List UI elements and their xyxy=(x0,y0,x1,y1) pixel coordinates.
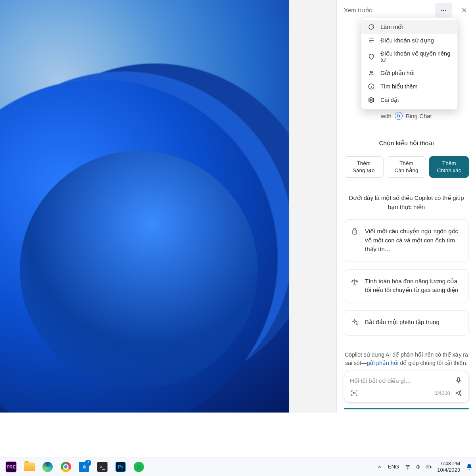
tray-time: 5:48 PM xyxy=(437,461,460,467)
spotify-icon: ≡ xyxy=(134,462,144,472)
suggestion-text: Bắt đầu một phiên tập trung xyxy=(365,318,440,327)
taskbar-app-vscode[interactable]: ⋔ 7 xyxy=(76,459,92,475)
tray-overflow-button[interactable] xyxy=(377,464,382,470)
suggestion-card-3[interactable]: Bắt đầu một phiên tập trung xyxy=(344,310,469,336)
panel-title: Xem trước xyxy=(344,7,432,14)
svg-rect-6 xyxy=(458,378,460,382)
sparkle-icon xyxy=(351,319,359,328)
refresh-icon xyxy=(368,23,375,31)
menu-item-refresh[interactable]: Làm mới xyxy=(361,20,457,34)
style-line2: Sáng tạo xyxy=(346,167,382,174)
input-accent-underline xyxy=(344,408,469,409)
menu-item-label: Điều khoản về quyền riêng tư xyxy=(380,50,451,63)
more-options-menu: Làm mới Điều khoản sử dụng Điều khoản về… xyxy=(361,17,458,109)
lines-icon xyxy=(368,37,375,44)
fine-print: Copilot sử dụng AI để phản hồi nên có th… xyxy=(344,351,469,367)
wifi-icon[interactable] xyxy=(405,464,411,470)
mic-icon xyxy=(455,376,463,384)
chat-input-box[interactable]: 0/4000 xyxy=(344,371,469,403)
taskbar-apps: PRE ⋔ 7 >_ Ps ≡ xyxy=(3,459,147,475)
svg-point-1 xyxy=(443,10,444,11)
svg-point-2 xyxy=(445,10,446,11)
menu-item-feedback[interactable]: Gửi phản hồi xyxy=(361,66,457,80)
premiere-icon: PRE xyxy=(6,461,17,472)
suggestion-card-2[interactable]: Tính toán hóa đơn năng lượng của tôi nếu… xyxy=(344,269,469,302)
svg-point-7 xyxy=(353,392,355,394)
ellipsis-icon xyxy=(440,7,447,14)
taskbar-app-terminal[interactable]: >_ xyxy=(94,459,110,475)
style-precise[interactable]: Thêm Chính xác xyxy=(429,156,469,178)
more-options-button[interactable] xyxy=(435,3,452,17)
suggestion-card-1[interactable]: Viết một câu chuyện ngụ ngôn gốc về một … xyxy=(344,219,469,261)
feedback-link[interactable]: gửi phản hồi xyxy=(367,360,399,366)
style-line2: Cân bằng xyxy=(389,167,424,174)
menu-item-label: Tìm hiểu thêm xyxy=(380,83,418,90)
style-balanced[interactable]: Thêm Cân bằng xyxy=(387,156,426,178)
style-line1: Thêm xyxy=(431,160,467,167)
mic-button[interactable] xyxy=(454,376,463,385)
menu-item-label: Cài đặt xyxy=(380,97,399,103)
chrome-icon xyxy=(61,462,71,472)
chat-input[interactable] xyxy=(350,377,454,384)
gear-icon xyxy=(368,96,375,104)
folder-icon xyxy=(24,463,35,471)
tray-icons xyxy=(405,464,432,470)
close-button[interactable] xyxy=(455,3,473,17)
char-counter: 0/4000 xyxy=(434,390,450,396)
backpack-icon xyxy=(351,228,359,237)
menu-item-terms[interactable]: Điều khoản sử dụng xyxy=(361,34,457,47)
style-line2: Chính xác xyxy=(431,167,467,174)
menu-item-label: Làm mới xyxy=(380,24,403,30)
menu-item-settings[interactable]: Cài đặt xyxy=(361,93,457,107)
taskbar-app-spotify[interactable]: ≡ xyxy=(131,459,147,475)
taskbar: PRE ⋔ 7 >_ Ps ≡ ENG 5:48 PM 10/4/2023 xyxy=(0,457,476,476)
copilot-panel: Xem trước Làm mới Điều khoản sử dụng Điề… xyxy=(336,0,476,413)
menu-item-label: Điều khoản sử dụng xyxy=(380,37,434,44)
bing-chat-label: Bing Chat xyxy=(406,113,432,119)
menu-item-privacy[interactable]: Điều khoản về quyền riêng tư xyxy=(361,47,457,66)
svg-rect-10 xyxy=(430,466,431,467)
tray-clock[interactable]: 5:48 PM 10/4/2023 xyxy=(437,461,460,473)
photoshop-icon: Ps xyxy=(115,462,126,472)
svg-point-4 xyxy=(370,99,372,101)
style-line1: Thêm xyxy=(389,160,424,167)
svg-point-8 xyxy=(407,468,408,469)
battery-icon[interactable] xyxy=(425,464,432,470)
style-creative[interactable]: Thêm Sáng tạo xyxy=(344,156,384,178)
bing-icon: b xyxy=(395,112,403,120)
with-label: with xyxy=(381,113,392,119)
taskbar-app-photoshop[interactable]: Ps xyxy=(113,459,129,475)
edge-icon xyxy=(42,462,53,472)
style-selector: Thêm Sáng tạo Thêm Cân bằng Thêm Chính x… xyxy=(344,156,469,178)
scale-icon xyxy=(351,278,359,287)
info-icon xyxy=(368,83,375,90)
fine-print-after: để giúp chúng tôi cải thiện. xyxy=(399,360,468,366)
suggestion-text: Tính toán hóa đơn năng lượng của tôi nếu… xyxy=(365,277,462,295)
taskbar-tray: ENG 5:48 PM 10/4/2023 xyxy=(377,461,473,473)
shield-icon xyxy=(368,53,375,60)
volume-icon[interactable] xyxy=(415,464,421,470)
tray-language[interactable]: ENG xyxy=(388,464,399,470)
close-icon xyxy=(461,7,467,13)
visual-search-button[interactable] xyxy=(350,389,359,397)
menu-item-label: Gửi phản hồi xyxy=(380,70,415,76)
feedback-icon xyxy=(368,69,375,77)
camera-scan-icon xyxy=(350,389,358,397)
vscode-badge: 7 xyxy=(85,460,91,466)
taskbar-app-explorer[interactable] xyxy=(21,459,37,475)
notifications-icon[interactable] xyxy=(466,463,473,470)
bottom-gap xyxy=(0,413,476,457)
suggestion-text: Viết một câu chuyện ngụ ngôn gốc về một … xyxy=(365,227,462,254)
desktop-wallpaper xyxy=(0,0,289,413)
send-button[interactable] xyxy=(454,389,463,397)
style-line1: Thêm xyxy=(346,160,382,167)
taskbar-app-premiere[interactable]: PRE xyxy=(3,459,19,475)
tray-date: 10/4/2023 xyxy=(437,467,460,473)
choose-style-heading: Chọn kiểu hội thoại xyxy=(344,140,469,147)
help-text: Dưới đây là một số điều Copilot có thể g… xyxy=(344,194,469,211)
menu-item-learn-more[interactable]: Tìm hiểu thêm xyxy=(361,80,457,93)
taskbar-app-edge[interactable] xyxy=(40,459,56,475)
taskbar-app-chrome[interactable] xyxy=(58,459,74,475)
terminal-icon: >_ xyxy=(97,462,107,472)
svg-point-0 xyxy=(441,10,442,11)
